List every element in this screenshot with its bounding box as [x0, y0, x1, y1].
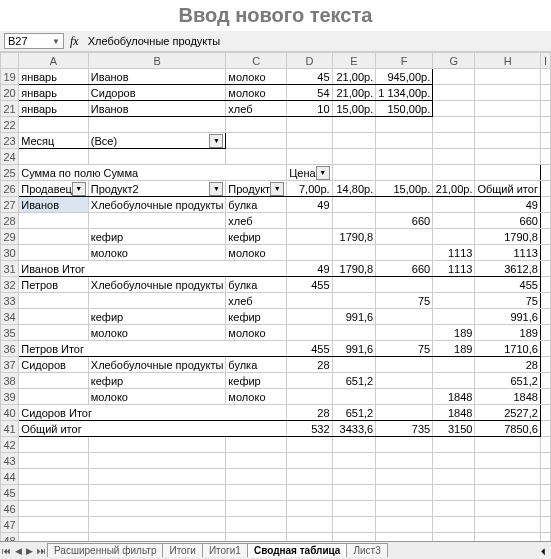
pivot-cell[interactable]: молоко [88, 245, 226, 261]
row-header[interactable]: 24 [1, 149, 19, 165]
cell[interactable]: 1113 [433, 261, 475, 277]
cell[interactable] [226, 533, 287, 542]
cell[interactable] [540, 325, 550, 341]
cell[interactable] [287, 213, 332, 229]
cell[interactable] [540, 517, 550, 533]
cell[interactable] [332, 117, 376, 133]
cell[interactable]: 1848 [475, 389, 540, 405]
chevron-down-icon[interactable]: ▼ [209, 182, 223, 196]
cell[interactable] [226, 485, 287, 501]
cell[interactable]: 651,2 [332, 373, 376, 389]
cell[interactable] [332, 469, 376, 485]
cell[interactable] [433, 213, 475, 229]
row-header[interactable]: 31 [1, 261, 19, 277]
pivot-cell[interactable]: Хлебобулочные продукты [88, 277, 226, 293]
cell[interactable] [433, 373, 475, 389]
row-header[interactable]: 32 [1, 277, 19, 293]
cell[interactable] [376, 277, 433, 293]
cell[interactable] [540, 309, 550, 325]
cell[interactable] [475, 485, 540, 501]
chevron-down-icon[interactable]: ▼ [72, 182, 86, 196]
pivot-cell[interactable]: Хлебобулочные продукты [88, 197, 226, 213]
cell[interactable] [88, 453, 226, 469]
cell[interactable] [433, 357, 475, 373]
cell[interactable]: 14,80р. [332, 181, 376, 197]
cell[interactable]: 3612,8 [475, 261, 540, 277]
col-header[interactable]: G [433, 53, 475, 69]
cell[interactable] [475, 437, 540, 453]
spreadsheet-grid[interactable]: ABCDEFGHI 19январьИвановмолоко4521,00р.9… [0, 52, 551, 541]
cell[interactable]: 10 [287, 101, 332, 117]
col-header[interactable]: D [287, 53, 332, 69]
pivot-row-field[interactable]: Продавец▼ [19, 181, 89, 197]
cell[interactable] [376, 453, 433, 469]
pivot-cell[interactable]: Иванов Итог [19, 261, 287, 277]
cell[interactable] [433, 469, 475, 485]
pivot-cell[interactable]: Общий итог [19, 421, 287, 437]
cell[interactable]: 15,00р. [376, 181, 433, 197]
row-header[interactable]: 48 [1, 533, 19, 542]
cell[interactable] [433, 133, 475, 149]
cell[interactable] [376, 517, 433, 533]
cell[interactable]: 660 [376, 261, 433, 277]
cell[interactable] [433, 101, 475, 117]
pivot-cell[interactable]: кефир [226, 373, 287, 389]
cell[interactable]: 49 [287, 197, 332, 213]
cell[interactable] [287, 453, 332, 469]
cell[interactable] [433, 437, 475, 453]
cell[interactable]: 651,2 [332, 405, 376, 421]
cell[interactable]: 991,6 [332, 309, 376, 325]
row-header[interactable]: 22 [1, 117, 19, 133]
cell[interactable]: 660 [475, 213, 540, 229]
cell[interactable] [540, 437, 550, 453]
pivot-cell[interactable]: Сидоров Итог [19, 405, 287, 421]
row-header[interactable]: 27 [1, 197, 19, 213]
pivot-cell[interactable] [19, 245, 89, 261]
cell[interactable] [433, 85, 475, 101]
filter-label[interactable]: Месяц [19, 133, 89, 149]
cell[interactable] [287, 309, 332, 325]
cell[interactable] [376, 133, 433, 149]
cell[interactable]: январь [19, 101, 89, 117]
cell[interactable] [540, 341, 550, 357]
cell[interactable]: 7,00р. [287, 181, 332, 197]
row-header[interactable]: 33 [1, 293, 19, 309]
cell[interactable] [332, 149, 376, 165]
row-header[interactable]: 44 [1, 469, 19, 485]
cell[interactable]: 1 134,00р. [376, 85, 433, 101]
pivot-cell[interactable] [19, 325, 89, 341]
cell[interactable] [226, 501, 287, 517]
cell[interactable]: 75 [376, 341, 433, 357]
row-header[interactable]: 42 [1, 437, 19, 453]
cell[interactable] [226, 517, 287, 533]
cell[interactable] [475, 517, 540, 533]
cell[interactable] [226, 117, 287, 133]
col-header[interactable]: H [475, 53, 540, 69]
cell[interactable] [287, 133, 332, 149]
cell[interactable] [376, 197, 433, 213]
cell[interactable] [376, 485, 433, 501]
pivot-col-field[interactable]: Цена▼ [287, 165, 332, 181]
cell[interactable] [226, 469, 287, 485]
chevron-down-icon[interactable]: ▼ [316, 166, 330, 180]
cell[interactable]: 49 [475, 197, 540, 213]
cell[interactable] [226, 437, 287, 453]
cell[interactable]: 3150 [433, 421, 475, 437]
cell[interactable] [287, 117, 332, 133]
pivot-total-header[interactable]: Общий итог [475, 181, 540, 197]
cell[interactable]: 21,00р. [332, 85, 376, 101]
cell[interactable] [376, 437, 433, 453]
cell[interactable]: 532 [287, 421, 332, 437]
cell[interactable] [332, 437, 376, 453]
cell[interactable] [540, 245, 550, 261]
pivot-cell[interactable] [19, 389, 89, 405]
pivot-row-field[interactable]: Продукт▼ [226, 181, 287, 197]
row-header[interactable]: 30 [1, 245, 19, 261]
col-header[interactable]: E [332, 53, 376, 69]
cell[interactable]: 945,00р. [376, 69, 433, 85]
cell[interactable]: 150,00р. [376, 101, 433, 117]
cell[interactable] [540, 229, 550, 245]
cell[interactable]: Иванов [88, 101, 226, 117]
pivot-row-field[interactable]: Продукт2▼ [88, 181, 226, 197]
cell[interactable] [19, 533, 89, 542]
